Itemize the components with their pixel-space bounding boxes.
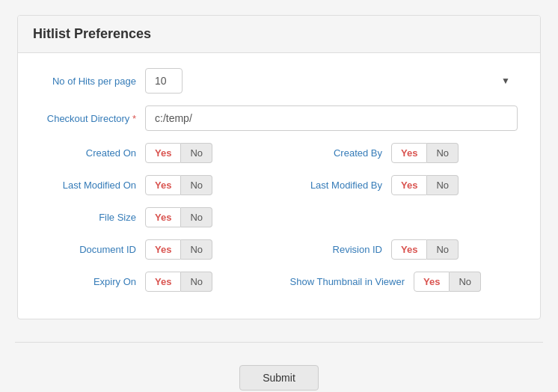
document-id-yes-btn[interactable]: Yes <box>145 239 181 260</box>
page-title: Hitlist Preferences <box>33 26 525 42</box>
preferences-card: Hitlist Preferences No of Hits per page … <box>17 15 541 319</box>
divider <box>15 342 543 343</box>
created-on-row: Created On Yes No Created By Yes No <box>40 143 518 163</box>
document-id-left: Document ID Yes No <box>40 239 279 260</box>
file-size-left: File Size Yes No <box>40 207 279 227</box>
checkout-directory-input[interactable] <box>145 105 518 131</box>
revision-id-yes-btn[interactable]: Yes <box>391 239 427 260</box>
last-modified-by-toggle: Yes No <box>391 175 459 195</box>
revision-id-toggle: Yes No <box>391 239 459 260</box>
revision-id-right: Revision ID Yes No <box>279 239 518 260</box>
last-modified-by-no-btn[interactable]: No <box>427 175 459 195</box>
expiry-on-row: Expiry On Yes No Show Thumbnail in Viewe… <box>40 272 518 292</box>
last-modified-on-toggle: Yes No <box>145 175 212 195</box>
show-thumbnail-toggle: Yes No <box>414 272 481 292</box>
hits-per-page-label: No of Hits per page <box>40 76 145 87</box>
last-modified-on-left: Last Modified On Yes No <box>40 175 279 195</box>
created-by-no-btn[interactable]: No <box>427 143 459 163</box>
revision-id-no-btn[interactable]: No <box>427 239 459 260</box>
created-by-label: Created By <box>279 147 391 159</box>
created-by-yes-btn[interactable]: Yes <box>391 143 427 163</box>
show-thumbnail-yes-btn[interactable]: Yes <box>414 272 450 292</box>
show-thumbnail-right: Show Thumbnail in Viewer Yes No <box>279 272 518 292</box>
submit-area: Submit <box>17 365 541 391</box>
created-on-label: Created On <box>40 147 145 159</box>
expiry-on-toggle: Yes No <box>145 272 212 292</box>
created-on-no-btn[interactable]: No <box>181 143 212 163</box>
required-marker: * <box>132 113 136 124</box>
hits-per-page-select[interactable]: 10 20 50 100 <box>145 68 183 94</box>
checkout-directory-label: Checkout Directory * <box>40 113 145 124</box>
last-modified-on-label: Last Modified On <box>40 180 145 191</box>
show-thumbnail-label: Show Thumbnail in Viewer <box>279 276 414 287</box>
document-id-row: Document ID Yes No Revision ID Yes No <box>40 239 518 260</box>
revision-id-label: Revision ID <box>279 244 391 255</box>
show-thumbnail-no-btn[interactable]: No <box>450 272 481 292</box>
document-id-toggle: Yes No <box>145 239 212 260</box>
created-by-right: Created By Yes No <box>279 143 518 163</box>
last-modified-by-label: Last Modified By <box>279 180 391 191</box>
file-size-row: File Size Yes No <box>40 207 518 227</box>
expiry-on-yes-btn[interactable]: Yes <box>145 272 181 292</box>
last-modified-on-yes-btn[interactable]: Yes <box>145 175 181 195</box>
created-on-yes-btn[interactable]: Yes <box>145 143 181 163</box>
last-modified-on-no-btn[interactable]: No <box>181 175 212 195</box>
last-modified-by-right: Last Modified By Yes No <box>279 175 518 195</box>
file-size-yes-btn[interactable]: Yes <box>145 207 181 227</box>
card-header: Hitlist Preferences <box>18 16 540 53</box>
document-id-no-btn[interactable]: No <box>181 239 212 260</box>
created-by-toggle: Yes No <box>391 143 459 163</box>
file-size-label: File Size <box>40 212 145 223</box>
checkout-directory-row: Checkout Directory * <box>40 105 518 131</box>
document-id-label: Document ID <box>40 244 145 255</box>
expiry-on-left: Expiry On Yes No <box>40 272 279 292</box>
card-body: No of Hits per page 10 20 50 100 Checkou… <box>18 53 540 319</box>
expiry-on-label: Expiry On <box>40 276 145 287</box>
last-modified-by-yes-btn[interactable]: Yes <box>391 175 427 195</box>
hits-per-page-row: No of Hits per page 10 20 50 100 <box>40 68 518 94</box>
last-modified-on-row: Last Modified On Yes No Last Modified By… <box>40 175 518 195</box>
file-size-no-btn[interactable]: No <box>181 207 212 227</box>
expiry-on-no-btn[interactable]: No <box>181 272 212 292</box>
file-size-toggle: Yes No <box>145 207 212 227</box>
hits-per-page-select-wrapper: 10 20 50 100 <box>145 68 518 94</box>
created-on-toggle: Yes No <box>145 143 212 163</box>
submit-button[interactable]: Submit <box>239 365 319 391</box>
created-on-left: Created On Yes No <box>40 143 279 163</box>
